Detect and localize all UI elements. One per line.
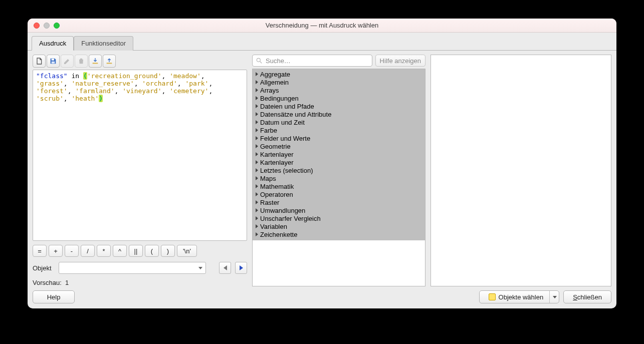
disclosure-triangle-icon [256,176,258,180]
prev-object-button[interactable] [219,262,231,274]
tree-group[interactable]: Dateien und Pfade [253,102,425,110]
edit-button [61,55,74,68]
function-tree[interactable]: AggregateAllgemeinArraysBedingungenDatei… [252,69,425,286]
show-help-button[interactable]: Hilfe anzeigen [375,55,425,67]
tree-group-label: Felder und Werte [260,135,310,142]
help-box [431,55,611,286]
triangle-right-icon [240,265,243,270]
tree-group[interactable]: Umwandlungen [253,206,425,214]
disclosure-triangle-icon [256,136,258,140]
operator-button[interactable]: ( [145,245,159,257]
upload-icon [105,57,113,65]
tree-group[interactable]: Allgemein [253,78,425,86]
search-input[interactable]: Suche… [252,55,372,67]
operator-button[interactable]: '\n' [177,245,197,257]
tree-group-label: Arrays [260,87,279,94]
svg-point-4 [257,58,260,62]
tree-group[interactable]: Unscharfer Vergleich [253,214,425,222]
tree-group[interactable]: Datum und Zeit [253,118,425,126]
tree-group[interactable]: Kartenlayer [253,158,425,166]
function-tree-panel: Suche… Hilfe anzeigen AggregateAllgemein… [252,55,425,286]
disclosure-triangle-icon [256,160,258,164]
help-panel [431,55,611,286]
tree-group[interactable]: Felder und Werte [253,134,425,142]
tree-group[interactable]: Kartenlayer [253,150,425,158]
svg-rect-1 [52,62,55,64]
window-controls [28,23,60,29]
help-button[interactable]: Help [33,290,75,303]
operator-button[interactable]: - [65,245,79,257]
tree-group-label: Raster [260,199,279,206]
new-file-button[interactable] [33,55,46,68]
tree-group[interactable]: Datensätze und Attribute [253,110,425,118]
preview-value: 1 [65,279,69,286]
svg-rect-3 [107,63,112,64]
disclosure-triangle-icon [256,96,258,100]
tree-group[interactable]: Raster [253,198,425,206]
tree-group[interactable]: Geometrie [253,142,425,150]
next-object-button[interactable] [235,262,247,274]
operator-button[interactable]: / [81,245,95,257]
export-button[interactable] [103,55,116,68]
dialog-footer: Help Objekte wählen Schließen [28,288,616,308]
tree-group-label: Operatoren [260,191,293,198]
svg-rect-0 [52,59,54,60]
object-combo[interactable] [59,262,206,274]
operator-button[interactable]: = [33,245,47,257]
tree-group-label: Variablen [260,223,287,230]
tree-group[interactable]: Bedingungen [253,94,425,102]
tree-group[interactable]: Farbe [253,126,425,134]
tree-group[interactable]: Operatoren [253,190,425,198]
close-button[interactable]: Schließen [563,290,611,303]
operator-button[interactable]: || [129,245,143,257]
tree-group[interactable]: Letztes (selection) [253,166,425,174]
window-title: Verschneidung — mit Ausdruck wählen [28,22,616,29]
expression-toolbar [33,55,247,68]
save-icon [49,57,57,65]
tree-group-label: Kartenlayer [260,159,293,166]
dropdown-caret-icon[interactable] [549,291,557,303]
tree-group-label: Bedingungen [260,95,299,102]
tree-group-label: Unscharfer Vergleich [260,215,321,222]
tree-group[interactable]: Variablen [253,222,425,230]
expression-editor[interactable]: "fclass" in ('recreation_ground', 'meado… [33,70,247,241]
tree-group[interactable]: Mathematik [253,182,425,190]
tree-group[interactable]: Arrays [253,86,425,94]
save-button[interactable] [47,55,60,68]
tree-group[interactable]: Zeichenkette [253,230,425,238]
tree-group-label: Farbe [260,127,277,134]
tab-function-editor[interactable]: Funktionseditor [74,36,133,51]
close-window-button[interactable] [34,23,40,29]
expression-panel: "fclass" in ('recreation_ground', 'meado… [33,55,247,286]
minimize-window-button[interactable] [44,23,50,29]
disclosure-triangle-icon [256,224,258,228]
tree-group[interactable]: Aggregate [253,70,425,78]
tree-group-label: Dateien und Pfade [260,103,314,110]
disclosure-triangle-icon [256,72,258,76]
disclosure-triangle-icon [256,192,258,196]
tree-group-label: Letztes (selection) [260,167,313,174]
tab-expression[interactable]: Ausdruck [32,36,74,51]
triangle-left-icon [224,265,227,270]
operator-button[interactable]: * [97,245,111,257]
disclosure-triangle-icon [256,232,258,236]
object-row: Objekt [33,262,247,274]
preview-row: Vorschau: 1 [33,279,247,286]
operator-button[interactable]: ) [161,245,175,257]
tree-group[interactable]: Maps [253,174,425,182]
preview-label: Vorschau: [33,279,62,286]
search-placeholder: Suche… [266,57,291,65]
operator-button[interactable]: ^ [113,245,127,257]
disclosure-triangle-icon [256,168,258,172]
operator-button[interactable]: + [49,245,63,257]
tree-group-label: Datensätze und Attribute [260,111,331,118]
download-icon [91,57,99,65]
disclosure-triangle-icon [256,216,258,220]
zoom-window-button[interactable] [54,23,60,29]
tree-group-label: Allgemein [260,79,289,86]
disclosure-triangle-icon [256,112,258,116]
select-objects-button[interactable]: Objekte wählen [479,290,560,303]
import-button[interactable] [89,55,102,68]
operator-row: =+-/*^||()'\n' [33,245,247,257]
disclosure-triangle-icon [256,184,258,188]
